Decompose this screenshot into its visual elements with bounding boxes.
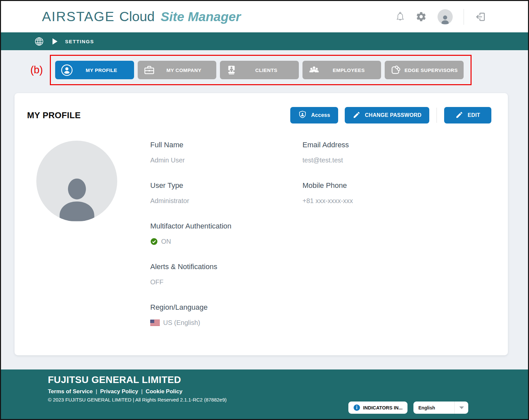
us-flag-icon xyxy=(150,320,160,326)
profile-photo-placeholder[interactable] xyxy=(36,141,117,222)
user-avatar[interactable] xyxy=(438,9,453,24)
field-email-address: Email Address test@test.test xyxy=(302,141,353,164)
language-select-value: English xyxy=(413,405,454,410)
card-actions: Access CHANGE PASSWORD xyxy=(290,107,491,123)
logo-brand: AIRSTAGE xyxy=(42,9,115,24)
field-value: ON xyxy=(150,238,302,245)
terms-of-service-link[interactable]: Terms of Service xyxy=(48,388,93,395)
check-circle-icon xyxy=(150,238,158,245)
annotation-label-b: (b) xyxy=(30,64,43,76)
fields-column-left: Full Name Admin User User Type Administr… xyxy=(150,141,302,344)
person-circle-icon xyxy=(60,64,74,76)
field-value: +81 xxx-xxxx-xxx xyxy=(302,197,353,205)
field-value: US (English) xyxy=(150,319,302,327)
cookie-policy-link[interactable]: Cookie Policy xyxy=(146,388,182,395)
mfa-status-text: ON xyxy=(161,238,171,245)
edit-button-label: EDIT xyxy=(468,112,480,118)
change-password-button-label: CHANGE PASSWORD xyxy=(365,112,421,118)
field-multifactor-authentication: Multifactor Authentication ON xyxy=(150,222,302,245)
field-region-language: Region/Language xyxy=(150,303,302,327)
app-footer: FUJITSU GENERAL LIMITED Terms of Service… xyxy=(1,369,528,419)
field-label: User Type xyxy=(150,181,302,190)
gear-icon[interactable] xyxy=(416,11,427,22)
tab-employees[interactable]: EMPLOYEES xyxy=(302,61,381,79)
link-separator: | xyxy=(96,388,97,395)
main-content: (b) MY PROFILE xyxy=(1,50,528,369)
actions-divider xyxy=(437,108,437,123)
card-body: Full Name Admin User User Type Administr… xyxy=(15,123,508,344)
language-select[interactable]: English xyxy=(413,402,468,414)
annotation-highlight-box: MY PROFILE MY COMPANY xyxy=(50,55,472,85)
change-password-button[interactable]: CHANGE PASSWORD xyxy=(345,107,429,123)
tab-clients[interactable]: CLIENTS xyxy=(220,61,299,79)
header-actions xyxy=(396,1,486,32)
tab-label: CLIENTS xyxy=(238,67,294,73)
edit-button[interactable]: EDIT xyxy=(444,107,491,123)
tab-edge-supervisors[interactable]: EDGE SUPERVISORS xyxy=(385,61,464,79)
field-label: Full Name xyxy=(150,141,302,149)
tab-my-profile[interactable]: MY PROFILE xyxy=(55,61,134,79)
people-icon xyxy=(307,65,321,75)
airstage-site-manager-screen: AIRSTAGE Cloud Site Manager xyxy=(0,0,529,420)
logo-product: Cloud xyxy=(119,9,155,24)
breadcrumb[interactable]: SETTINGS xyxy=(65,39,94,44)
indicators-button-label: INDICATORS IN... xyxy=(363,405,403,410)
field-full-name: Full Name Admin User xyxy=(150,141,302,164)
field-value: OFF xyxy=(150,278,302,286)
header-divider xyxy=(464,9,464,25)
field-mobile-phone: Mobile Phone +81 xxx-xxxx-xxx xyxy=(302,181,353,205)
logout-icon[interactable] xyxy=(475,11,486,22)
field-user-type: User Type Administrator xyxy=(150,181,302,205)
card-header: MY PROFILE Access xyxy=(15,93,508,123)
field-label: Alerts & Notifications xyxy=(150,262,302,271)
region-text: US (English) xyxy=(163,319,200,327)
link-square-icon xyxy=(389,64,403,76)
field-value: Admin User xyxy=(150,157,302,164)
bell-icon[interactable] xyxy=(396,12,405,22)
logo-suffix: Site Manager xyxy=(160,10,241,24)
my-profile-card: MY PROFILE Access xyxy=(15,93,508,355)
link-separator: | xyxy=(141,388,143,395)
briefcase-icon xyxy=(142,65,156,75)
tab-label: EMPLOYEES xyxy=(321,67,377,73)
chevron-down-icon[interactable] xyxy=(454,402,468,414)
field-value: Administrator xyxy=(150,197,302,205)
tab-label: MY PROFILE xyxy=(74,67,129,73)
indicators-button[interactable]: INDICATORS IN... xyxy=(348,402,408,414)
pencil-icon xyxy=(353,111,361,120)
footer-controls: INDICATORS IN... English xyxy=(348,402,469,414)
play-caret-icon xyxy=(53,38,57,45)
field-label: Region/Language xyxy=(150,303,302,312)
footer-company-name: FUJITSU GENERAL LIMITED xyxy=(48,374,528,385)
pencil-icon xyxy=(455,111,463,120)
tab-label: EDGE SUPERVISORS xyxy=(403,67,459,73)
privacy-policy-link[interactable]: Privacy Policy xyxy=(100,388,138,395)
field-label: Email Address xyxy=(302,141,353,149)
tab-my-company[interactable]: MY COMPANY xyxy=(138,61,217,79)
shield-person-icon xyxy=(298,110,307,121)
field-label: Mobile Phone xyxy=(302,181,353,190)
app-header: AIRSTAGE Cloud Site Manager xyxy=(1,1,528,32)
field-label: Multifactor Authentication xyxy=(150,222,302,230)
access-button-label: Access xyxy=(311,112,330,118)
footer-links: Terms of Service | Privacy Policy | Cook… xyxy=(48,388,528,395)
globe-icon[interactable] xyxy=(35,37,44,46)
access-button[interactable]: Access xyxy=(290,107,338,123)
id-badge-icon xyxy=(225,64,238,76)
tab-label: MY COMPANY xyxy=(156,67,212,73)
app-logo: AIRSTAGE Cloud Site Manager xyxy=(42,9,241,24)
breadcrumb-bar: SETTINGS xyxy=(1,32,528,50)
field-alerts-notifications: Alerts & Notifications OFF xyxy=(150,262,302,286)
info-icon xyxy=(353,404,360,411)
page-title: MY PROFILE xyxy=(27,110,81,121)
field-value: test@test.test xyxy=(302,157,353,164)
fields-column-right: Email Address test@test.test Mobile Phon… xyxy=(302,141,353,344)
